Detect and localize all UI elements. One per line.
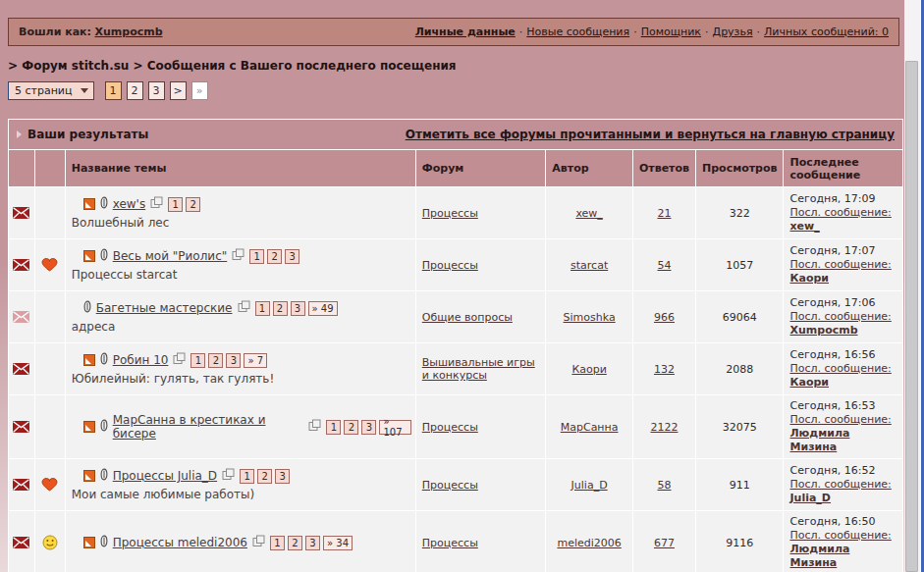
last-post-link[interactable]: Посл. сообщение:	[789, 258, 891, 271]
forum-link[interactable]: Процессы	[422, 421, 478, 434]
breadcrumb[interactable]: > Форум stitch.su > Сообщения с Вашего п…	[8, 59, 901, 73]
topic-page-button[interactable]: 2	[208, 353, 223, 368]
help-link[interactable]: Помощник	[641, 26, 701, 38]
personal-data-link[interactable]: Личные данные	[415, 26, 516, 38]
views-cell: 911	[696, 459, 783, 510]
replies-count-link[interactable]: 2122	[650, 421, 678, 434]
scrollbar-track[interactable]	[904, 0, 920, 572]
topic-page-button[interactable]: 3	[226, 353, 241, 368]
last-post-author-link[interactable]: xew_	[789, 220, 819, 233]
topic-title-link[interactable]: МарСанна в крестиках и бисере	[113, 413, 304, 441]
author-cell: Julia_D	[546, 459, 632, 510]
author-cell: xew_	[546, 187, 632, 238]
next-page-button[interactable]: >	[170, 81, 187, 100]
forum-link[interactable]: Процессы	[422, 207, 478, 220]
scrollbar-thumb[interactable]	[905, 61, 918, 572]
forum-link[interactable]: Процессы	[422, 259, 478, 272]
topic-page-button[interactable]: 2	[267, 249, 282, 264]
author-link[interactable]: starcat	[571, 259, 608, 272]
topic-page-button[interactable]: 2	[257, 469, 272, 484]
topic-page-button[interactable]: 1	[190, 353, 205, 368]
last-post-link[interactable]: Посл. сообщение:	[789, 478, 891, 491]
topic-page-button[interactable]: 2	[288, 536, 302, 550]
page-button-1[interactable]: 1	[105, 81, 122, 100]
author-link[interactable]: Simoshka	[564, 311, 616, 324]
topic-title-link[interactable]: Процессы meledi2006	[113, 536, 247, 549]
author-link[interactable]: Каори	[571, 363, 606, 376]
author-link[interactable]: Julia_D	[571, 479, 608, 492]
last-post-author-link[interactable]: Людмила Мизина	[789, 543, 849, 569]
topic-title-link[interactable]: Робин 10	[113, 353, 169, 367]
username-link[interactable]: Xumpocmb	[94, 26, 162, 38]
topic-page-button[interactable]: 3	[305, 536, 320, 550]
topic-title-link[interactable]: Весь мой "Риолис"	[113, 249, 228, 263]
goto-first-unread-icon[interactable]	[83, 421, 95, 433]
forum-link[interactable]: Процессы	[422, 479, 478, 492]
new-messages-link[interactable]: Новые сообщения	[526, 26, 629, 38]
forum-link[interactable]: Процессы	[422, 537, 478, 549]
topic-page-button[interactable]: 2	[344, 420, 358, 435]
envelope-icon	[9, 479, 34, 491]
friends-link[interactable]: Друзья	[713, 26, 753, 38]
replies-count-link[interactable]: 677	[654, 537, 675, 549]
last-post-link[interactable]: Посл. сообщение:	[789, 529, 891, 542]
topic-page-button[interactable]: 2	[273, 301, 288, 316]
topic-description: Процессы starcat	[72, 268, 411, 282]
unread-status-cell	[9, 187, 34, 238]
goto-first-unread-icon[interactable]	[83, 537, 95, 548]
replies-count-link[interactable]: 54	[657, 259, 671, 272]
topic-pages: 123» 49	[255, 301, 338, 316]
replies-count-link[interactable]: 21	[657, 207, 671, 220]
author-link[interactable]: МарСанна	[561, 421, 619, 434]
pages-dropdown[interactable]: 5 страниц	[8, 81, 94, 100]
topic-page-button[interactable]: 3	[285, 249, 299, 264]
topic-page-button[interactable]: 1	[240, 469, 254, 484]
topic-page-button[interactable]: 3	[275, 469, 290, 484]
topic-last-page-button[interactable]: » 34	[323, 536, 353, 550]
last-post-author-link[interactable]: Людмила Мизина	[789, 427, 849, 453]
last-post-author-link[interactable]: Xumpocmb	[789, 324, 857, 337]
goto-first-unread-icon[interactable]	[83, 470, 95, 482]
mark-all-read-link[interactable]: Отметить все форумы прочитанными и верну…	[406, 128, 895, 141]
last-post-link[interactable]: Посл. сообщение:	[789, 206, 891, 219]
topics-table: Ваши результаты Отметить все форумы проч…	[8, 119, 903, 572]
topic-row: xew's 12 Волшебный лес Процессы xew_ 21 …	[9, 187, 902, 238]
last-post-link[interactable]: Посл. сообщение:	[789, 362, 891, 375]
replies-count-link[interactable]: 966	[654, 311, 675, 324]
forum-link[interactable]: Вышивальные игры и конкурсы	[422, 356, 535, 382]
page-button-3[interactable]: 3	[148, 81, 165, 100]
goto-first-unread-icon[interactable]	[83, 354, 95, 366]
topic-title-link[interactable]: xew's	[113, 197, 145, 211]
topic-page-button[interactable]: 1	[168, 197, 183, 212]
topic-page-button[interactable]: 3	[361, 420, 376, 435]
multipage-icon	[308, 419, 321, 435]
goto-first-unread-icon[interactable]	[83, 250, 95, 262]
topic-title-link[interactable]: Багетные мастерские	[96, 301, 233, 315]
topic-page-button[interactable]: 2	[186, 197, 200, 212]
topic-page-button[interactable]: 3	[291, 301, 305, 316]
topic-last-page-button[interactable]: » 107	[379, 420, 410, 435]
last-post-cell: Сегодня, 17:07 Посл. сообщение: Каори	[784, 239, 902, 290]
replies-count-link[interactable]: 58	[657, 479, 671, 492]
author-link[interactable]: xew_	[575, 207, 602, 220]
page-button-2[interactable]: 2	[127, 81, 143, 100]
forum-link[interactable]: Общие вопросы	[422, 311, 513, 324]
last-post-link[interactable]: Посл. сообщение:	[789, 310, 891, 323]
topic-page-button[interactable]: 1	[326, 420, 341, 435]
replies-count-link[interactable]: 132	[654, 363, 675, 376]
topic-last-page-button[interactable]: » 49	[308, 301, 338, 316]
last-post-author-link[interactable]: Каори	[789, 272, 829, 285]
last-post-link[interactable]: Посл. сообщение:	[789, 413, 891, 426]
author-link[interactable]: meledi2006	[557, 537, 621, 549]
topic-title-link[interactable]: Процессы Julia_D	[113, 469, 217, 483]
last-page-button[interactable]: »	[191, 81, 208, 100]
last-post-cell: Сегодня, 17:06 Посл. сообщение: Xumpocmb	[784, 291, 902, 342]
topic-page-button[interactable]: 1	[255, 301, 270, 316]
last-post-author-link[interactable]: Каори	[789, 376, 829, 389]
topic-page-button[interactable]: 1	[249, 249, 264, 264]
last-post-author-link[interactable]: Julia_D	[789, 492, 831, 504]
private-messages-link[interactable]: Личных сообщений: 0	[764, 26, 889, 38]
topic-page-button[interactable]: 1	[270, 536, 285, 550]
topic-last-page-button[interactable]: » 7	[244, 353, 267, 368]
goto-first-unread-icon[interactable]	[83, 198, 95, 210]
